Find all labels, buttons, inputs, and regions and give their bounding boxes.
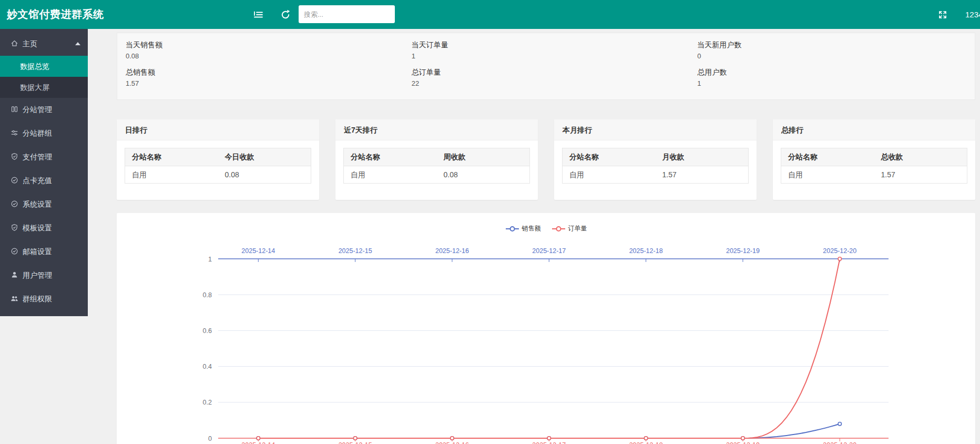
sidebar-item-site-groups[interactable]: 分站群组 [0, 122, 88, 145]
shield-check-icon [11, 153, 18, 160]
table-cell: 0.08 [218, 166, 311, 183]
legend-item-sales[interactable]: 销售额 [505, 224, 541, 233]
sidebar-item-label: 模板设置 [23, 224, 52, 232]
column-header: 月收款 [656, 148, 749, 166]
sidebar-item-home[interactable]: 主页 [0, 32, 88, 56]
table-cell: 自用 [344, 166, 437, 183]
stat-value: 0.08 [126, 52, 403, 60]
circle-check-icon [11, 200, 18, 208]
fullscreen-icon[interactable] [937, 9, 948, 21]
sidebar-item-payment-management[interactable]: 支付管理 [0, 145, 88, 169]
table-cell: 自用 [781, 166, 874, 183]
sidebar-item-label: 点卡充值 [23, 176, 52, 185]
dashboard-page: { "app": { "title": "妙文馆付费进群系统", "search… [0, 0, 980, 444]
column-header: 分站名称 [563, 148, 656, 166]
ranking-card-total: 总排行分站名称总收款自用1.57 [773, 119, 975, 200]
sidebar-item-label: 支付管理 [23, 153, 52, 161]
home-icon [11, 39, 18, 47]
stat-label: 总用户数 [697, 68, 975, 77]
table-cell: 自用 [563, 166, 656, 183]
svg-text:0.8: 0.8 [203, 291, 212, 299]
shield-check-icon [11, 224, 18, 231]
svg-text:2025-12-16: 2025-12-16 [435, 247, 469, 255]
search-input[interactable] [299, 5, 395, 23]
sidebar-item-label: 系统设置 [23, 200, 52, 208]
stat-value: 1.57 [126, 79, 403, 87]
sidebar-subitem-data-overview[interactable]: 数据总览 [0, 56, 88, 77]
ranking-card-title: 日排行 [117, 119, 319, 140]
stat-value: 22 [412, 79, 689, 87]
stat-today-orders: 当天订单量1 [403, 36, 689, 64]
ranking-cards: 日排行分站名称今日收款自用0.08近7天排行分站名称周收款自用0.08本月排行分… [117, 119, 975, 200]
chart-legend: 销售额订单量 [117, 224, 975, 234]
ranking-card-title: 近7天排行 [335, 119, 538, 140]
column-header: 分站名称 [781, 148, 874, 166]
ranking-card-month: 本月排行分站名称月收款自用1.57 [554, 119, 757, 200]
stat-value: 1 [697, 79, 975, 87]
chevron-up-icon [75, 42, 80, 45]
table-row: 自用1.57 [781, 166, 967, 183]
sidebar-subitem-data-screen[interactable]: 数据大屏 [0, 77, 88, 98]
ranking-card-title: 总排行 [773, 119, 975, 140]
sidebar-item-mail-settings[interactable]: 邮箱设置 [0, 240, 88, 264]
table-header-row: 分站名称周收款 [344, 148, 529, 166]
ranking-card-title: 本月排行 [554, 119, 757, 140]
table-cell: 1.57 [656, 166, 749, 183]
circle-check-icon [11, 176, 18, 184]
column-header: 周收款 [437, 148, 530, 166]
stat-label: 总订单量 [412, 68, 689, 77]
user-icon [11, 271, 18, 279]
sidebar-item-label: 分站管理 [23, 105, 52, 114]
column-header: 总收款 [874, 148, 967, 166]
stat-total-orders: 总订单量22 [403, 64, 689, 91]
sidebar-item-group-permissions[interactable]: 群组权限 [0, 287, 88, 311]
svg-text:0.4: 0.4 [203, 363, 212, 370]
table-header-row: 分站名称今日收款 [125, 148, 311, 166]
username[interactable]: 12345 [965, 0, 980, 29]
stat-value: 0 [697, 52, 975, 60]
stat-today-sales: 当天销售额0.08 [117, 36, 403, 64]
sidebar-item-user-management[interactable]: 用户管理 [0, 264, 88, 287]
svg-text:2025-12-17: 2025-12-17 [532, 247, 566, 255]
ranking-card-week7: 近7天排行分站名称周收款自用0.08 [335, 119, 538, 200]
svg-text:2025-12-14: 2025-12-14 [241, 441, 275, 444]
sliders-icon [11, 129, 18, 137]
sidebar-item-system-settings[interactable]: 系统设置 [0, 193, 88, 216]
table-header-row: 分站名称总收款 [781, 148, 967, 166]
table-cell: 1.57 [874, 166, 967, 183]
svg-text:0.2: 0.2 [203, 399, 212, 406]
table-cell: 0.08 [437, 166, 530, 183]
chart-card: 销售额订单量 00.20.40.60.812025-12-142025-12-1… [117, 213, 975, 444]
sidebar-item-label: 用户管理 [23, 271, 52, 279]
svg-text:2025-12-19: 2025-12-19 [726, 247, 760, 255]
circle-check-icon [11, 247, 18, 255]
ranking-table: 分站名称总收款自用1.57 [781, 148, 967, 184]
ranking-card-daily: 日排行分站名称今日收款自用0.08 [117, 119, 319, 200]
sidebar-item-label: 主页 [23, 39, 37, 48]
columns-icon [11, 105, 18, 113]
stats-panel: 当天销售额0.08当天订单量1当天新用户数0总销售额1.57总订单量22总用户数… [117, 33, 975, 100]
table-header-row: 分站名称月收款 [563, 148, 748, 166]
table-cell: 自用 [125, 166, 218, 183]
refresh-icon[interactable] [280, 9, 291, 21]
sidebar-item-site-management[interactable]: 分站管理 [0, 98, 88, 122]
sidebar-item-label: 分站群组 [23, 129, 52, 137]
stat-label: 当天新用户数 [697, 41, 975, 50]
svg-text:2025-12-18: 2025-12-18 [629, 441, 663, 444]
svg-text:2025-12-17: 2025-12-17 [532, 441, 566, 444]
collapse-menu-icon[interactable] [252, 9, 264, 21]
stat-total-sales: 总销售额1.57 [117, 64, 403, 91]
legend-item-orders[interactable]: 订单量 [552, 224, 587, 233]
users-icon [11, 295, 18, 302]
stat-label: 总销售额 [126, 68, 403, 77]
svg-text:2025-12-16: 2025-12-16 [435, 441, 469, 444]
svg-text:2025-12-14: 2025-12-14 [241, 247, 275, 255]
sidebar: 主页数据总览数据大屏分站管理分站群组支付管理点卡充值系统设置模板设置邮箱设置用户… [0, 29, 88, 316]
stat-label: 当天订单量 [412, 41, 689, 50]
svg-text:0.6: 0.6 [203, 327, 212, 335]
sidebar-item-template-settings[interactable]: 模板设置 [0, 216, 88, 240]
table-row: 自用0.08 [125, 166, 311, 183]
sidebar-item-label: 群组权限 [23, 295, 52, 303]
sidebar-item-card-recharge[interactable]: 点卡充值 [0, 169, 88, 193]
stat-value: 1 [412, 52, 689, 60]
